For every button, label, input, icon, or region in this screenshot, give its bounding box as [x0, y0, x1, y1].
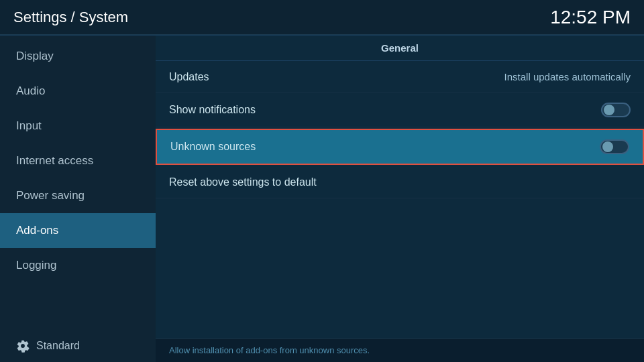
main-layout: Display Audio Input Internet access Powe… [0, 36, 644, 362]
sidebar-item-logging[interactable]: Logging [0, 248, 156, 283]
sidebar-item-label-power-saving: Power saving [16, 189, 85, 202]
sidebar-item-display[interactable]: Display [0, 39, 156, 74]
setting-label-show-notifications: Show notifications [169, 104, 256, 116]
sidebar-item-label-add-ons: Add-ons [16, 224, 58, 237]
sidebar-item-internet-access[interactable]: Internet access [0, 143, 156, 178]
setting-row-unknown-sources[interactable]: Unknown sources [156, 129, 644, 165]
toggle-knob-unknown-sources [602, 141, 613, 152]
sidebar-item-add-ons[interactable]: Add-ons [0, 213, 156, 248]
setting-label-updates: Updates [169, 71, 209, 83]
sidebar-item-label-audio: Audio [16, 84, 45, 98]
sidebar-item-label-display: Display [16, 50, 54, 63]
gear-icon [16, 339, 30, 353]
setting-row-reset[interactable]: Reset above settings to default [156, 166, 644, 198]
sidebar-bottom-standard[interactable]: Standard [0, 330, 156, 362]
sidebar-item-label-internet-access: Internet access [16, 154, 93, 168]
setting-row-show-notifications[interactable]: Show notifications [156, 93, 644, 127]
content-area: General Updates Install updates automati… [156, 36, 644, 362]
toggle-knob-show-notifications [604, 105, 614, 115]
page-title: Settings / System [13, 9, 128, 26]
sidebar-item-power-saving[interactable]: Power saving [0, 178, 156, 213]
setting-value-updates: Install updates automatically [504, 71, 631, 82]
status-bar: Allow installation of add-ons from unkno… [156, 338, 644, 362]
sidebar: Display Audio Input Internet access Powe… [0, 36, 156, 362]
sidebar-spacer [0, 283, 156, 330]
standard-label: Standard [36, 340, 80, 352]
sidebar-item-input[interactable]: Input [0, 109, 156, 143]
sidebar-item-label-logging: Logging [16, 259, 57, 272]
toggle-show-notifications[interactable] [601, 103, 631, 117]
setting-row-updates[interactable]: Updates Install updates automatically [156, 61, 644, 93]
clock: 12:52 PM [550, 7, 631, 28]
settings-list: Updates Install updates automatically Sh… [156, 61, 644, 338]
setting-label-unknown-sources: Unknown sources [170, 141, 256, 153]
section-header-general: General [156, 36, 644, 61]
sidebar-item-label-input: Input [16, 119, 42, 133]
sidebar-item-audio[interactable]: Audio [0, 74, 156, 109]
app-header: Settings / System 12:52 PM [0, 0, 644, 35]
setting-label-reset: Reset above settings to default [169, 176, 317, 188]
toggle-unknown-sources[interactable] [600, 139, 629, 154]
